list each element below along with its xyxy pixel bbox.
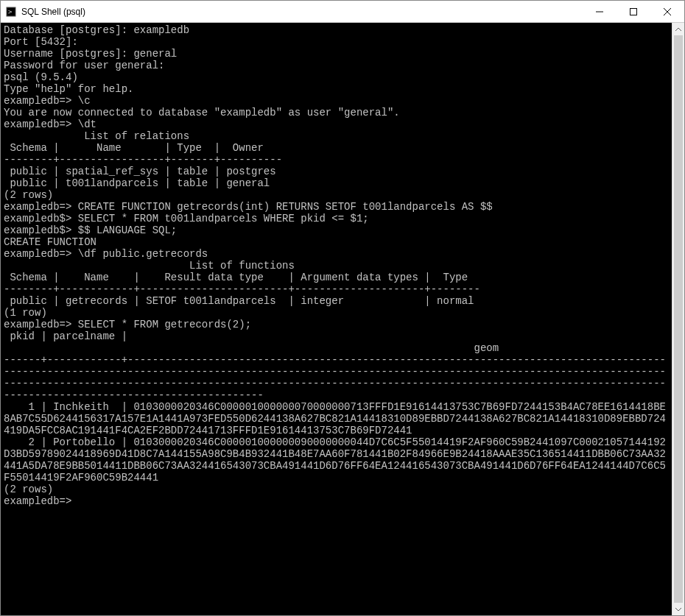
scroll-track[interactable] [672, 35, 684, 603]
window-title: SQL Shell (psql) [21, 7, 583, 17]
close-icon [664, 8, 671, 15]
terminal-line: List of functions [4, 260, 669, 272]
terminal-line: Password for user general: [4, 60, 669, 71]
terminal-line: Database [postgres]: exampledb [4, 24, 669, 36]
terminal-line: Schema | Name | Type | Owner [4, 142, 669, 154]
terminal-line: exampledb=> \df public.getrecords [4, 248, 669, 260]
chevron-down-icon [675, 607, 681, 612]
maximize-button[interactable] [616, 1, 650, 22]
terminal-line: ------+------------+--------------------… [4, 354, 669, 401]
scroll-up-arrow[interactable] [672, 23, 684, 35]
terminal-line: --------+-----------------+-------+-----… [4, 154, 669, 166]
terminal-line: Port [5432]: [4, 36, 669, 48]
window-controls [583, 1, 684, 22]
terminal-line: exampledb=> SELECT * FROM getrecords(2); [4, 319, 669, 330]
maximize-icon [630, 8, 637, 15]
titlebar: > SQL Shell (psql) [1, 1, 684, 23]
close-button[interactable] [650, 1, 684, 22]
terminal-line: exampledb=> CREATE FUNCTION getrecords(i… [4, 201, 669, 213]
terminal-line: Type "help" for help. [4, 83, 669, 95]
terminal-line: pkid | parcelname | [4, 330, 669, 342]
minimize-icon [596, 8, 603, 15]
terminal-line: Schema | Name | Result data type | Argum… [4, 272, 669, 283]
terminal-line: exampledb=> [4, 495, 669, 507]
terminal-line: Username [postgres]: general [4, 48, 669, 60]
chevron-up-icon [675, 27, 681, 32]
application-window: > SQL Shell (psql) Datab [0, 0, 685, 616]
terminal-line: CREATE FUNCTION [4, 236, 669, 248]
terminal-line: (2 rows) [4, 189, 669, 201]
scroll-thumb[interactable] [674, 35, 683, 603]
terminal-line: 1 | Inchkeith | 0103000020346C0000010000… [4, 401, 669, 436]
terminal-line: exampledb$> SELECT * FROM t001landparcel… [4, 213, 669, 224]
terminal-line: --------+------------+------------------… [4, 283, 669, 295]
terminal-line: exampledb=> \dt [4, 118, 669, 130]
content-area: Database [postgres]: exampledbPort [5432… [1, 23, 684, 615]
scroll-down-arrow[interactable] [672, 603, 684, 615]
terminal-line: geom [4, 342, 669, 354]
terminal-line: public | getrecords | SETOF t001landparc… [4, 295, 669, 307]
svg-rect-3 [630, 8, 637, 15]
terminal-line: (2 rows) [4, 484, 669, 495]
minimize-button[interactable] [583, 1, 616, 22]
terminal-line: psql (9.5.4) [4, 71, 669, 83]
terminal-line: (1 row) [4, 307, 669, 319]
vertical-scrollbar[interactable] [672, 23, 684, 615]
terminal-line: exampledb$> $$ LANGUAGE SQL; [4, 224, 669, 236]
terminal-line: exampledb=> \c [4, 95, 669, 107]
app-icon: > [5, 6, 17, 18]
terminal-line: You are now connected to database "examp… [4, 107, 669, 118]
terminal-output[interactable]: Database [postgres]: exampledbPort [5432… [1, 23, 672, 615]
terminal-line: public | spatial_ref_sys | table | postg… [4, 166, 669, 177]
terminal-line: 2 | Portobello | 0103000020346C000001000… [4, 436, 669, 484]
terminal-line: List of relations [4, 130, 669, 142]
svg-text:>: > [8, 8, 13, 15]
terminal-line: public | t001landparcels | table | gener… [4, 177, 669, 189]
